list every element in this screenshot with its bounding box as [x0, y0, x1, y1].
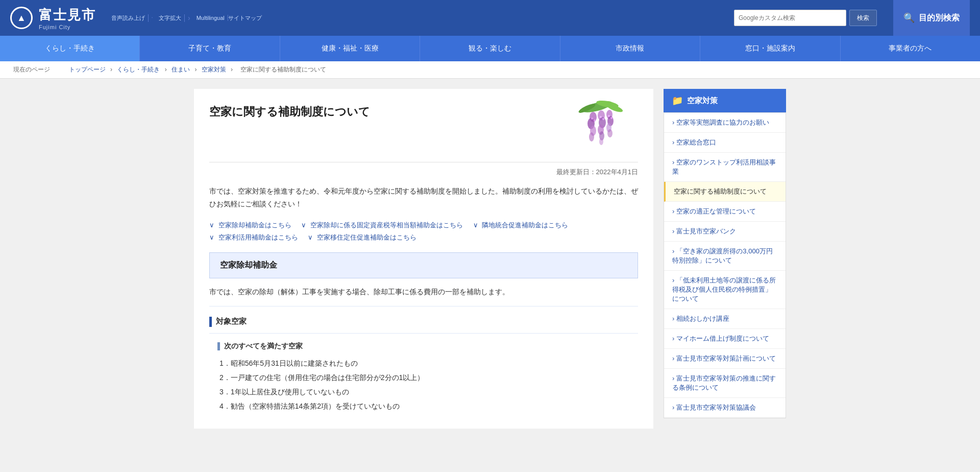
sitemap-link[interactable]: サイトマップ — [228, 14, 265, 22]
chevron-1: › — [110, 66, 114, 73]
breadcrumb-sep — [58, 66, 64, 73]
breadcrumb-top[interactable]: トップページ — [69, 66, 106, 73]
sidebar-item-sogo[interactable]: ›空家総合窓口 — [664, 133, 786, 153]
main-nav: くらし・手続き 子育て・教育 健康・福祉・医療 観る・楽しむ 市政情報 窓口・施… — [0, 36, 980, 61]
page-title: 空家に関する補助制度について — [209, 104, 370, 120]
sidebar-item-jorei[interactable]: ›富士見市空家等対策の推進に関する条例について — [664, 369, 786, 398]
section1-title: 空家除却補助金 — [220, 260, 627, 271]
breadcrumb: 現在のページ トップページ › くらし・手続き › 住まい › 空家対策 › 空… — [0, 61, 980, 79]
sidebar-folder-icon: 📁 — [672, 95, 683, 106]
link-katsuyo[interactable]: 空家利活用補助金はこちら — [218, 233, 298, 241]
sidebar-item-keikaku[interactable]: ›富士見市空家等対策計画について — [664, 349, 786, 369]
section1-box: 空家除却補助金 — [209, 252, 638, 278]
svg-point-19 — [600, 116, 602, 118]
sidebar-title: 空家対策 — [687, 96, 718, 106]
sidebar-nav: ›空家等実態調査に協力のお願い ›空家総合窓口 ›空家のワンストップ利活用相談事… — [664, 112, 786, 418]
search-area: 検索 — [734, 10, 877, 26]
svg-point-18 — [594, 120, 596, 122]
sidebar-item-kyogikai[interactable]: ›富士見市空家等対策協議会 — [664, 398, 786, 418]
list-item-3: 3．1年以上居住及び使用していないもの — [219, 385, 638, 399]
nav-item-jigyosha[interactable]: 事業者の方へ — [841, 36, 980, 61]
logo-main: 富士見市 — [39, 6, 96, 24]
requirements-list: 1．昭和56年5月31日以前に建築されたもの 2．一戸建ての住宅（併用住宅の場合… — [209, 356, 638, 413]
chevron-3: › — [194, 66, 198, 73]
subsection2-title-area: 次のすべてを満たす空家 — [217, 342, 638, 351]
list-item-2: 2．一戸建ての住宅（併用住宅の場合は住宅部分が2分の1以上） — [219, 370, 638, 385]
svg-point-21 — [608, 115, 610, 117]
svg-point-17 — [591, 117, 593, 120]
voice-link[interactable]: 音声読み上げ — [111, 14, 149, 22]
intro-text: 市では、空家対策を推進するため、令和元年度から空家に関する補助制度を開始しました… — [209, 185, 638, 210]
nav-item-miru[interactable]: 観る・楽しむ — [420, 36, 560, 61]
breadcrumb-kurashi[interactable]: くらし・手続き — [117, 66, 160, 73]
subsection1-title: 対象空家 — [216, 317, 247, 326]
chevron-4: › — [231, 66, 234, 73]
chevron-2: › — [165, 66, 168, 73]
sidebar-item-joto[interactable]: ›「空き家の譲渡所得の3,000万円特別控除」について — [664, 242, 786, 271]
sidebar-item-hojo[interactable]: 空家に関する補助制度について — [664, 182, 786, 202]
sidebar-item-teichiyo[interactable]: ›「低未利用土地等の譲渡に係る所得税及び個人住民税の特例措置」について — [664, 271, 786, 309]
search-input[interactable] — [734, 10, 846, 26]
breadcrumb-current: 空家に関する補助制度について — [240, 66, 326, 73]
svg-point-16 — [607, 129, 612, 137]
subsection1-title-area: 対象空家 — [209, 317, 638, 327]
sidebar-item-souzoku[interactable]: ›相続おしかけ講座 — [664, 309, 786, 329]
sidebar-item-myhome[interactable]: ›マイホーム借上げ制度について — [664, 329, 786, 349]
sidebar-item-bank[interactable]: ›富士見市空家バンク — [664, 222, 786, 242]
svg-point-20 — [602, 118, 604, 120]
sidebar-item-onestop[interactable]: ›空家のワンストップ利活用相談事業 — [664, 153, 786, 182]
nav-item-kenko[interactable]: 健康・福祉・医療 — [280, 36, 420, 61]
svg-point-7 — [589, 132, 594, 141]
multilingual-link[interactable]: Multilingual — [193, 15, 228, 21]
nav-item-madoguchi[interactable]: 窓口・施設案内 — [700, 36, 840, 61]
list-item-1: 1．昭和56年5月31日以前に建築されたもの — [219, 356, 638, 370]
nav-item-shisei[interactable]: 市政情報 — [560, 36, 700, 61]
list-item-4: 4．勧告（空家特措法第14条第2項）を受けていないもの — [219, 399, 638, 413]
wisteria-decoration — [556, 99, 638, 157]
logo-circle: ▲ — [10, 7, 33, 29]
quick-links-row1: ∨ 空家除却補助金はこちら ∨ 空家除却に係る固定資産税等相当額補助金はこちら … — [209, 221, 638, 230]
breadcrumb-sumai[interactable]: 住まい — [172, 66, 190, 73]
fontsize-link[interactable]: 文字拡大 — [156, 14, 185, 22]
sidebar: 📁 空家対策 ›空家等実態調査に協力のお願い ›空家総合窓口 ›空家のワンストッ… — [664, 89, 786, 429]
sidebar-active-label: 空家に関する補助制度について — [674, 187, 767, 195]
purpose-search-button[interactable]: 🔍 目的別検索 — [893, 0, 970, 36]
logo-sub: Fujimi City — [39, 24, 96, 30]
last-updated: 最終更新日：2022年4月1日 — [209, 162, 638, 177]
subsection2-title: 次のすべてを満たす空家 — [224, 342, 303, 351]
quick-links-row2: ∨ 空家利活用補助金はこちら ∨ 空家移住定住促進補助金はこちら — [209, 233, 638, 242]
search-button[interactable]: 検索 — [849, 10, 877, 26]
blue-bar-icon — [209, 317, 212, 327]
svg-point-22 — [610, 117, 612, 119]
breadcrumb-prefix: 現在のページ — [13, 66, 50, 73]
content-area: 空家に関する補助制度について — [194, 89, 653, 429]
sidebar-item-jittai[interactable]: ›空家等実態調査に協力のお願い — [664, 113, 786, 133]
blue-bar-small-icon — [217, 342, 220, 350]
sidebar-header: 📁 空家対策 — [664, 89, 786, 112]
link-kotei[interactable]: 空家除却に係る固定資産税等相当額補助金はこちら — [310, 221, 463, 229]
logo-area: ▲ 富士見市 Fujimi City — [10, 6, 96, 30]
header-links: 音声読み上げ ・ 文字拡大 › Multilingual サイトマップ — [111, 14, 265, 22]
nav-item-kosodate[interactable]: 子育て・教育 — [140, 36, 280, 61]
link-rinchi[interactable]: 隣地統合促進補助金はこちら — [482, 221, 568, 229]
link-jokyo[interactable]: 空家除却補助金はこちら — [218, 221, 291, 229]
link-ijyu[interactable]: 空家移住定住促進補助金はこちら — [317, 233, 416, 241]
section1-desc: 市では、空家の除却（解体）工事を実施する場合、除却工事に係る費用の一部を補助しま… — [209, 286, 638, 298]
breadcrumb-akiya[interactable]: 空家対策 — [202, 66, 226, 73]
main-container: 空家に関する補助制度について — [184, 79, 796, 439]
nav-item-kurashi[interactable]: くらし・手続き — [0, 36, 140, 61]
purpose-search-icon: 🔍 — [903, 12, 915, 23]
svg-point-12 — [599, 138, 603, 145]
sidebar-item-kanri[interactable]: ›空家の適正な管理について — [664, 202, 786, 222]
purpose-search-label: 目的別検索 — [919, 13, 960, 23]
